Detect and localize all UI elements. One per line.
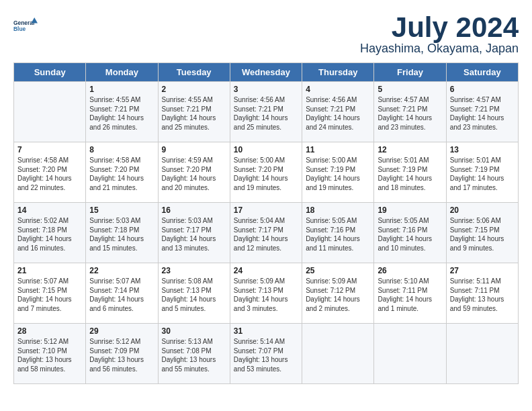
cell-content: Sunrise: 5:12 AM Sunset: 7:09 PM Dayligh… — [89, 337, 154, 373]
cell-content: Sunrise: 5:14 AM Sunset: 7:07 PM Dayligh… — [234, 337, 298, 373]
day-number: 18 — [306, 205, 370, 215]
svg-text:Blue: Blue — [13, 26, 26, 32]
calendar-cell — [14, 82, 86, 142]
title-section: July 2024 Hayashima, Okayama, Japan — [360, 13, 519, 56]
calendar-cell: 26Sunrise: 5:10 AM Sunset: 7:11 PM Dayli… — [374, 263, 446, 324]
day-number: 5 — [378, 85, 442, 94]
day-number: 4 — [306, 85, 370, 94]
calendar-cell: 6Sunrise: 4:57 AM Sunset: 7:21 PM Daylig… — [446, 82, 518, 142]
calendar-cell: 18Sunrise: 5:05 AM Sunset: 7:16 PM Dayli… — [302, 203, 374, 263]
calendar-cell: 31Sunrise: 5:14 AM Sunset: 7:07 PM Dayli… — [230, 324, 302, 384]
day-number: 28 — [17, 326, 82, 336]
calendar-cell: 17Sunrise: 5:04 AM Sunset: 7:17 PM Dayli… — [230, 203, 302, 263]
day-number: 17 — [234, 205, 298, 215]
calendar-cell: 15Sunrise: 5:03 AM Sunset: 7:18 PM Dayli… — [86, 203, 158, 263]
calendar-cell: 1Sunrise: 4:55 AM Sunset: 7:21 PM Daylig… — [86, 82, 158, 142]
day-number: 20 — [450, 205, 515, 215]
cell-content: Sunrise: 5:09 AM Sunset: 7:12 PM Dayligh… — [306, 277, 370, 313]
day-number: 9 — [162, 145, 226, 154]
page-header: General Blue July 2024 Hayashima, Okayam… — [13, 13, 519, 56]
cell-content: Sunrise: 5:01 AM Sunset: 7:19 PM Dayligh… — [450, 156, 515, 192]
day-number: 24 — [234, 266, 298, 275]
cell-content: Sunrise: 5:00 AM Sunset: 7:19 PM Dayligh… — [306, 156, 370, 192]
cell-content: Sunrise: 5:13 AM Sunset: 7:08 PM Dayligh… — [162, 337, 226, 373]
calendar-cell: 12Sunrise: 5:01 AM Sunset: 7:19 PM Dayli… — [374, 142, 446, 203]
cell-content: Sunrise: 5:09 AM Sunset: 7:13 PM Dayligh… — [234, 277, 298, 313]
calendar-cell: 14Sunrise: 5:02 AM Sunset: 7:18 PM Dayli… — [14, 203, 86, 263]
cell-content: Sunrise: 4:56 AM Sunset: 7:21 PM Dayligh… — [234, 95, 298, 132]
calendar-cell: 21Sunrise: 5:07 AM Sunset: 7:15 PM Dayli… — [14, 263, 86, 324]
cell-content: Sunrise: 5:12 AM Sunset: 7:10 PM Dayligh… — [17, 337, 82, 373]
calendar-cell: 19Sunrise: 5:05 AM Sunset: 7:16 PM Dayli… — [374, 203, 446, 263]
calendar-cell: 8Sunrise: 4:58 AM Sunset: 7:20 PM Daylig… — [86, 142, 158, 203]
day-number: 15 — [89, 205, 154, 215]
cell-content: Sunrise: 5:11 AM Sunset: 7:11 PM Dayligh… — [450, 277, 515, 313]
calendar-cell: 10Sunrise: 5:00 AM Sunset: 7:20 PM Dayli… — [230, 142, 302, 203]
cell-content: Sunrise: 4:56 AM Sunset: 7:21 PM Dayligh… — [306, 95, 370, 132]
cell-content: Sunrise: 4:57 AM Sunset: 7:21 PM Dayligh… — [378, 95, 442, 132]
cell-content: Sunrise: 4:58 AM Sunset: 7:20 PM Dayligh… — [17, 156, 82, 192]
day-number: 14 — [17, 205, 82, 215]
day-header: Monday — [86, 63, 158, 82]
day-header: Wednesday — [230, 63, 302, 82]
day-number: 6 — [450, 85, 515, 94]
day-number: 3 — [234, 85, 298, 94]
day-number: 1 — [89, 85, 154, 94]
cell-content: Sunrise: 4:58 AM Sunset: 7:20 PM Dayligh… — [89, 156, 154, 192]
cell-content: Sunrise: 5:03 AM Sunset: 7:17 PM Dayligh… — [162, 216, 226, 253]
day-number: 29 — [89, 326, 154, 336]
cell-content: Sunrise: 4:55 AM Sunset: 7:21 PM Dayligh… — [162, 95, 226, 132]
day-number: 12 — [378, 145, 442, 154]
calendar-table: SundayMondayTuesdayWednesdayThursdayFrid… — [13, 62, 519, 384]
day-number: 30 — [162, 326, 226, 336]
cell-content: Sunrise: 5:05 AM Sunset: 7:16 PM Dayligh… — [306, 216, 370, 253]
calendar-cell: 24Sunrise: 5:09 AM Sunset: 7:13 PM Dayli… — [230, 263, 302, 324]
logo: General Blue — [13, 13, 38, 38]
day-number: 13 — [450, 145, 515, 154]
cell-content: Sunrise: 5:02 AM Sunset: 7:18 PM Dayligh… — [17, 216, 82, 253]
day-header: Friday — [374, 63, 446, 82]
logo-svg: General Blue — [13, 13, 38, 38]
svg-text:General: General — [13, 19, 34, 26]
day-number: 27 — [450, 266, 515, 275]
day-number: 31 — [234, 326, 298, 336]
calendar-cell — [302, 324, 374, 384]
location-title: Hayashima, Okayama, Japan — [360, 42, 519, 56]
calendar-cell: 20Sunrise: 5:06 AM Sunset: 7:15 PM Dayli… — [446, 203, 518, 263]
calendar-cell: 3Sunrise: 4:56 AM Sunset: 7:21 PM Daylig… — [230, 82, 302, 142]
cell-content: Sunrise: 5:04 AM Sunset: 7:17 PM Dayligh… — [234, 216, 298, 253]
calendar-cell: 22Sunrise: 5:07 AM Sunset: 7:14 PM Dayli… — [86, 263, 158, 324]
day-number: 22 — [89, 266, 154, 275]
day-number: 10 — [234, 145, 298, 154]
day-header: Saturday — [446, 63, 518, 82]
day-header: Sunday — [14, 63, 86, 82]
cell-content: Sunrise: 4:57 AM Sunset: 7:21 PM Dayligh… — [450, 95, 515, 132]
cell-content: Sunrise: 5:10 AM Sunset: 7:11 PM Dayligh… — [378, 277, 442, 313]
cell-content: Sunrise: 5:07 AM Sunset: 7:15 PM Dayligh… — [17, 277, 82, 313]
calendar-cell: 11Sunrise: 5:00 AM Sunset: 7:19 PM Dayli… — [302, 142, 374, 203]
cell-content: Sunrise: 5:06 AM Sunset: 7:15 PM Dayligh… — [450, 216, 515, 253]
day-number: 16 — [162, 205, 226, 215]
cell-content: Sunrise: 5:03 AM Sunset: 7:18 PM Dayligh… — [89, 216, 154, 253]
day-number: 11 — [306, 145, 370, 154]
calendar-cell: 28Sunrise: 5:12 AM Sunset: 7:10 PM Dayli… — [14, 324, 86, 384]
day-number: 26 — [378, 266, 442, 275]
calendar-cell: 23Sunrise: 5:08 AM Sunset: 7:13 PM Dayli… — [158, 263, 230, 324]
calendar-cell: 13Sunrise: 5:01 AM Sunset: 7:19 PM Dayli… — [446, 142, 518, 203]
cell-content: Sunrise: 5:05 AM Sunset: 7:16 PM Dayligh… — [378, 216, 442, 253]
calendar-cell: 4Sunrise: 4:56 AM Sunset: 7:21 PM Daylig… — [302, 82, 374, 142]
calendar-cell — [374, 324, 446, 384]
cell-content: Sunrise: 5:01 AM Sunset: 7:19 PM Dayligh… — [378, 156, 442, 192]
calendar-cell: 5Sunrise: 4:57 AM Sunset: 7:21 PM Daylig… — [374, 82, 446, 142]
calendar-cell: 16Sunrise: 5:03 AM Sunset: 7:17 PM Dayli… — [158, 203, 230, 263]
month-title: July 2024 — [360, 13, 519, 42]
calendar-cell: 25Sunrise: 5:09 AM Sunset: 7:12 PM Dayli… — [302, 263, 374, 324]
day-number: 23 — [162, 266, 226, 275]
calendar-cell: 7Sunrise: 4:58 AM Sunset: 7:20 PM Daylig… — [14, 142, 86, 203]
calendar-cell: 29Sunrise: 5:12 AM Sunset: 7:09 PM Dayli… — [86, 324, 158, 384]
calendar-cell: 30Sunrise: 5:13 AM Sunset: 7:08 PM Dayli… — [158, 324, 230, 384]
calendar-cell: 27Sunrise: 5:11 AM Sunset: 7:11 PM Dayli… — [446, 263, 518, 324]
calendar-cell — [446, 324, 518, 384]
calendar-cell: 9Sunrise: 4:59 AM Sunset: 7:20 PM Daylig… — [158, 142, 230, 203]
cell-content: Sunrise: 5:08 AM Sunset: 7:13 PM Dayligh… — [162, 277, 226, 313]
